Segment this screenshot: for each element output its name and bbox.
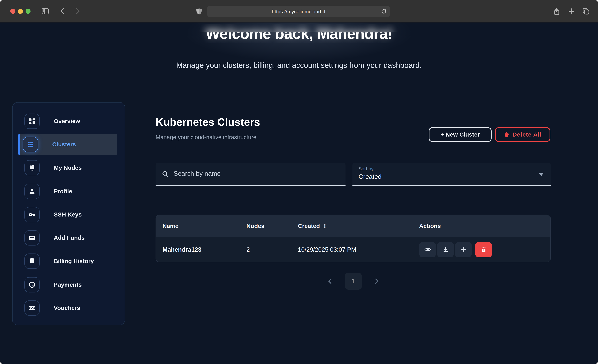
trash-icon xyxy=(480,246,487,253)
section-title: Kubernetes Clusters xyxy=(156,116,260,129)
next-page-button[interactable] xyxy=(373,278,380,285)
download-kubeconfig-button[interactable] xyxy=(437,242,454,257)
server-node-icon xyxy=(25,160,40,175)
sidebar-item-label: Billing History xyxy=(54,258,94,265)
page-subtitle: Manage your clusters, billing, and accou… xyxy=(0,60,598,71)
sidebar-item-add-funds[interactable]: Add Funds xyxy=(13,226,125,250)
browser-toolbar: https://myceliumcloud.tf xyxy=(0,0,598,23)
search-input[interactable] xyxy=(174,170,340,178)
clock-icon xyxy=(25,277,40,292)
sidebar-item-payments[interactable]: Payments xyxy=(13,273,125,296)
forward-icon[interactable] xyxy=(74,7,81,15)
sidebar-item-profile[interactable]: Profile xyxy=(13,180,125,203)
sidebar-item-clusters[interactable]: Clusters xyxy=(18,134,117,155)
sidebar: Overview Clusters xyxy=(12,102,125,325)
plus-icon xyxy=(460,246,467,253)
table-header-row: Name Nodes Created ↕ Actions xyxy=(156,215,550,237)
sidebar-item-label: Clusters xyxy=(52,141,76,148)
delete-cluster-button[interactable] xyxy=(475,242,492,257)
sidebar-item-label: Vouchers xyxy=(54,305,80,311)
search-field[interactable] xyxy=(156,163,346,186)
url-text: https://myceliumcloud.tf xyxy=(272,9,325,14)
window-controls xyxy=(10,9,30,14)
chevron-left-icon xyxy=(327,278,333,285)
receipt-icon xyxy=(25,254,40,269)
servers-icon xyxy=(23,137,38,152)
dashboard-icon xyxy=(25,114,40,129)
user-icon xyxy=(25,183,40,199)
trash-icon xyxy=(504,132,509,137)
new-cluster-button[interactable]: + New Cluster xyxy=(429,127,492,142)
new-tab-icon[interactable] xyxy=(567,7,575,15)
close-window-button[interactable] xyxy=(10,9,15,14)
dashboard-page: Welcome back, Mahendra! Welcome back, Ma… xyxy=(0,23,598,364)
cluster-name: Mahendra123 xyxy=(163,246,247,253)
address-bar[interactable]: https://myceliumcloud.tf xyxy=(207,6,390,17)
sidebar-item-label: My Nodes xyxy=(54,165,82,171)
prev-page-button[interactable] xyxy=(327,278,333,285)
download-icon xyxy=(442,246,449,253)
card-icon xyxy=(25,230,40,246)
tabs-overview-icon[interactable] xyxy=(582,7,590,15)
column-header-name: Name xyxy=(163,223,247,229)
page-number[interactable]: 1 xyxy=(345,273,362,290)
cluster-nodes: 2 xyxy=(246,246,298,253)
cluster-created: 10/29/2025 03:07 PM xyxy=(298,246,419,253)
eye-icon xyxy=(424,246,431,253)
sidebar-item-my-nodes[interactable]: My Nodes xyxy=(13,156,125,180)
pagination: 1 xyxy=(156,273,551,290)
add-node-button[interactable] xyxy=(455,242,472,257)
delete-all-button[interactable]: Delete All xyxy=(495,127,550,142)
sort-selected-value: Created xyxy=(358,173,545,181)
table-row: Mahendra123 2 10/29/2025 03:07 PM xyxy=(156,237,550,262)
share-icon[interactable] xyxy=(553,7,561,16)
sidebar-item-label: Payments xyxy=(54,281,82,288)
key-icon xyxy=(25,207,40,222)
zoom-window-button[interactable] xyxy=(25,9,30,14)
view-cluster-button[interactable] xyxy=(419,242,436,257)
back-icon[interactable] xyxy=(59,7,67,15)
sidebar-item-label: Profile xyxy=(54,188,72,195)
chevron-right-icon xyxy=(373,278,380,285)
minimize-window-button[interactable] xyxy=(18,9,23,14)
sort-arrows-icon: ↕ xyxy=(323,223,327,229)
sidebar-item-label: Overview xyxy=(54,118,80,124)
search-icon xyxy=(162,170,169,178)
sidebar-item-overview[interactable]: Overview xyxy=(13,109,125,133)
chevron-down-icon xyxy=(539,173,544,176)
clusters-table: Name Nodes Created ↕ Actions Mahendra123… xyxy=(156,215,551,262)
sidebar-item-billing-history[interactable]: Billing History xyxy=(13,250,125,273)
sidebar-item-ssh-keys[interactable]: SSH Keys xyxy=(13,203,125,226)
sidebar-item-vouchers[interactable]: Vouchers xyxy=(13,296,125,320)
sidebar-item-label: Add Funds xyxy=(54,234,85,241)
browser-window: https://myceliumcloud.tf Welcome back, M… xyxy=(0,0,598,364)
row-actions xyxy=(419,242,550,257)
column-header-created[interactable]: Created ↕ xyxy=(298,223,419,229)
sort-by-label: Sort by xyxy=(358,166,545,172)
created-header-label: Created xyxy=(298,223,320,229)
shield-icon[interactable] xyxy=(195,8,203,15)
ticket-percent-icon xyxy=(25,300,40,316)
sidebar-toggle-icon[interactable] xyxy=(41,7,49,15)
delete-all-label: Delete All xyxy=(513,131,541,138)
section-subtitle: Manage your cloud-native infrastructure xyxy=(156,134,257,140)
reload-icon[interactable] xyxy=(381,8,387,15)
column-header-nodes: Nodes xyxy=(246,223,298,229)
sort-dropdown[interactable]: Sort by Created xyxy=(352,163,551,186)
scaled-viewport: https://myceliumcloud.tf Welcome back, M… xyxy=(0,0,598,364)
column-header-actions: Actions xyxy=(419,223,550,229)
sidebar-item-label: SSH Keys xyxy=(54,211,82,218)
